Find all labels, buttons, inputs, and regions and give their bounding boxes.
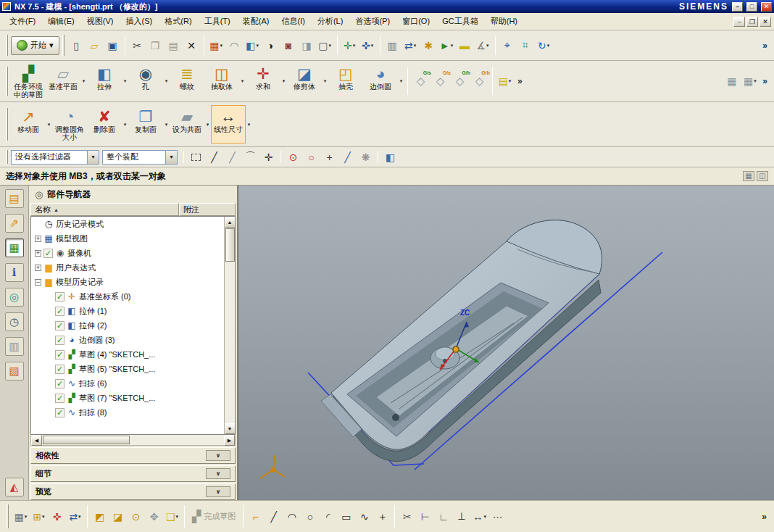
point-set-icon[interactable]: ⌗ (517, 36, 535, 54)
circle-icon[interactable]: ○ (301, 507, 319, 525)
chevron-down-icon[interactable]: ▾ (80, 62, 87, 101)
snap-center-icon[interactable]: ⊙ (284, 148, 302, 166)
sync-face-icon-os[interactable]: ◇ O/s (430, 72, 450, 91)
solid-body-filter-icon[interactable]: ◧ (381, 148, 399, 166)
quick-trim-icon[interactable]: ✂ (398, 507, 416, 525)
chevron-down-icon[interactable]: ∨ (206, 450, 230, 461)
checkbox-icon[interactable]: ✓ (55, 365, 64, 374)
chevron-down-icon[interactable]: ▾ (163, 62, 170, 101)
resize-blend-button[interactable]: ◔ 调整圆角大小 (52, 105, 87, 144)
shaded-view-icon[interactable]: ◧▾ (244, 36, 262, 54)
tree-row[interactable]: + ✓ ◉ 摄像机 (31, 246, 224, 260)
zoom-tool-icon[interactable]: ⊙ (127, 507, 145, 525)
snap-options-icon[interactable]: ❋ (357, 148, 375, 166)
snap-point-icon[interactable]: + (320, 148, 338, 166)
toolbar-handle[interactable] (6, 108, 8, 140)
orient-sketch-icon[interactable]: ⇄▾ (66, 507, 84, 525)
measure-icon[interactable]: ▬ (456, 36, 474, 54)
expand-toggle-icon[interactable]: + (35, 236, 41, 242)
new-file-icon[interactable]: ▯ (67, 36, 86, 54)
menu-preferences[interactable]: 首选项(P) (350, 14, 395, 28)
fit-view-icon[interactable]: ◠ (225, 36, 244, 54)
constraint-navigator-icon[interactable]: ⇗ (5, 214, 24, 233)
start-button[interactable]: 开始 ▾ (11, 36, 59, 55)
tree-row[interactable]: ✓ ◧ 拉伸 (2) (31, 318, 224, 333)
expand-toggle-icon[interactable]: − (35, 279, 41, 286)
rectangle-icon[interactable]: ▭ (337, 507, 355, 525)
toolbar-handle[interactable] (62, 35, 64, 56)
studio-spline-icon[interactable]: ∿ (355, 507, 373, 525)
menu-window[interactable]: 窗口(O) (397, 14, 435, 28)
window-layout-icon[interactable]: ▥ (383, 36, 401, 54)
snap-quadrant-icon[interactable]: ✛ (259, 148, 278, 166)
system-materials-icon[interactable]: ▥ (5, 337, 24, 356)
snap-arc-icon[interactable]: ⌒ (241, 148, 259, 166)
reposition-icon[interactable]: ✜ (48, 507, 66, 525)
menu-tools[interactable]: 工具(T) (199, 14, 236, 28)
tree-row[interactable]: ✓ ▞ 草图 (4) "SKETCH_... (31, 347, 224, 362)
background-icon[interactable]: ▢▾ (316, 36, 334, 54)
scrollbar-thumb[interactable] (225, 228, 235, 262)
chevron-down-icon[interactable]: ▾ (46, 105, 52, 144)
tree-row[interactable]: ✓ ∿ 扫掠 (8) (31, 405, 224, 420)
menu-edit[interactable]: 编辑(E) (43, 14, 80, 28)
chevron-down-icon[interactable]: ∨ (206, 468, 230, 479)
more-tools-icon[interactable]: ⋯ (488, 507, 507, 525)
snap-midpoint-icon[interactable]: ╱ (223, 148, 241, 166)
datum-csys-icon[interactable]: ⌖ (499, 36, 517, 54)
split-panel-icon[interactable]: ◫ (757, 171, 768, 181)
toolbar-overflow-button[interactable]: » (758, 512, 770, 522)
tree-row[interactable]: + ▦ 模型视图 (31, 231, 224, 246)
copy-face-button[interactable]: ❐ 复制面 (128, 105, 163, 144)
tree-row[interactable]: ✓ ◕ 边倒圆 (3) (31, 333, 224, 347)
checkbox-icon[interactable]: ✓ (55, 394, 64, 403)
chevron-down-icon[interactable]: ▾ (280, 62, 287, 101)
minimize-button[interactable]: － (732, 2, 743, 12)
csys-tool-icon[interactable]: ⊞▾ (30, 507, 48, 525)
trim-body-button[interactable]: ◪ 修剪体 (287, 62, 322, 101)
checkbox-icon[interactable]: ✓ (55, 307, 64, 316)
checkbox-icon[interactable]: ✓ (55, 408, 64, 417)
face-analysis-icon[interactable]: ◙ (280, 36, 298, 54)
copy-icon[interactable]: ❐ (146, 36, 165, 54)
menu-gc-toolbox[interactable]: GC工具箱 (437, 14, 483, 28)
toolbar-handle[interactable] (6, 67, 8, 96)
toolbar-overflow-button[interactable]: » (759, 41, 771, 51)
cut-icon[interactable]: ✂ (128, 36, 146, 54)
move-face-button[interactable]: ↗ 移动面 (11, 105, 46, 144)
make-coplanar-button[interactable]: ▰ 设为共面 (170, 105, 204, 144)
toolbar-handle[interactable] (6, 150, 8, 164)
toolbar-handle[interactable] (7, 504, 9, 528)
expand-toggle-icon[interactable]: + (35, 250, 41, 257)
close-button[interactable]: ✕ (761, 2, 772, 12)
refresh-icon[interactable]: ↻▾ (535, 36, 553, 54)
expand-toggle-icon[interactable]: + (35, 265, 41, 271)
note-icon[interactable]: ▤▾ (496, 72, 514, 91)
doc-restore-button[interactable]: ❐ (746, 17, 758, 27)
chevron-down-icon[interactable]: ▾ (239, 62, 246, 101)
chevron-down-icon[interactable]: ▾ (122, 105, 128, 144)
delete-face-button[interactable]: ✘ 删除面 (87, 105, 122, 144)
make-corner-icon[interactable]: ∟ (434, 507, 452, 525)
checkbox-icon[interactable]: ✓ (55, 350, 64, 359)
play-icon[interactable]: ►▾ (438, 36, 456, 54)
tree-row[interactable]: ✓ ✛ 基准坐标系 (0) (31, 289, 224, 304)
object-display-icon[interactable]: ▦▾ (207, 36, 225, 54)
tree-row[interactable]: + ▆ 用户表达式 (31, 260, 224, 275)
angle-measure-icon[interactable]: ∡▾ (474, 36, 492, 54)
sketch-in-task-env-button[interactable]: ▞ 任务环境中的草图 (11, 62, 46, 101)
chevron-down-icon[interactable]: ▾ (165, 151, 177, 164)
line-icon[interactable]: ╱ (265, 507, 283, 525)
pan-tool-icon[interactable]: ✥ (145, 507, 163, 525)
horizontal-scrollbar[interactable]: ◀ ▶ (30, 435, 236, 446)
window-grid-icon-1[interactable]: ▦ (723, 72, 741, 91)
sync-face-icon-gs[interactable]: ◇ G/s (411, 72, 430, 91)
checkbox-icon[interactable]: ✓ (55, 379, 64, 388)
checkbox-icon[interactable]: ✓ (43, 249, 53, 258)
view-tool-icon[interactable]: ▦▾ (12, 507, 30, 525)
profile-icon[interactable]: ⌐ (246, 507, 265, 525)
hole-button[interactable]: ◉ 孔 (128, 62, 163, 101)
graphics-window[interactable]: ZC (238, 186, 774, 500)
menu-file[interactable]: 文件(F) (4, 14, 41, 28)
checkbox-icon[interactable]: ✓ (55, 336, 64, 345)
